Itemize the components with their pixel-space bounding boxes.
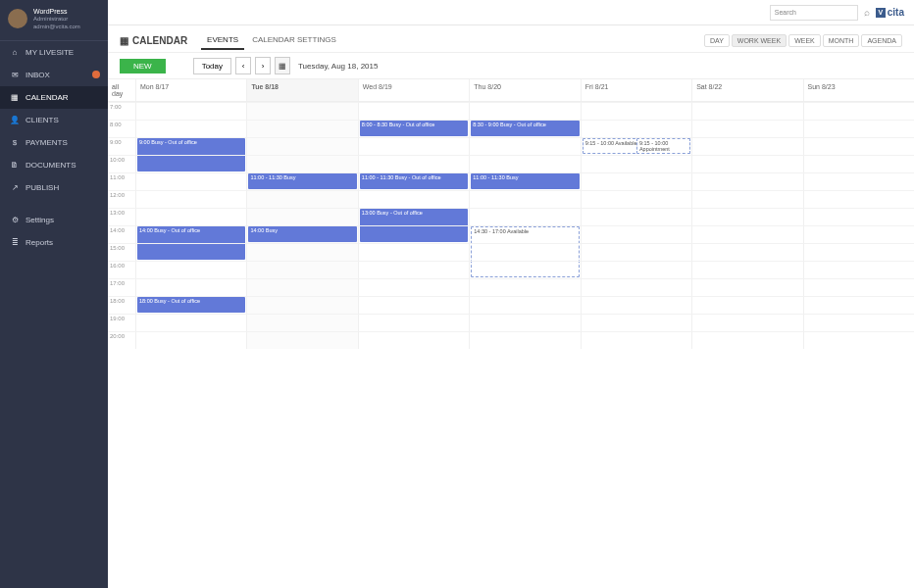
time-slot[interactable] [803,243,914,261]
time-slot[interactable]: 9:15 - 10:00 Available9:15 - 10:00 Appoi… [581,137,691,155]
time-slot[interactable] [469,137,580,155]
time-slot[interactable] [581,296,691,314]
time-slot[interactable]: 14:30 - 17:00 Available [469,225,580,243]
time-slot[interactable] [135,314,246,331]
time-slot[interactable] [581,102,691,120]
time-slot[interactable] [246,243,357,261]
time-slot[interactable] [691,243,802,261]
calendar-event[interactable]: 18:00 Busy - Out of office [137,297,245,313]
time-slot[interactable] [803,120,914,137]
time-slot[interactable] [803,314,914,331]
time-slot[interactable] [581,278,691,296]
time-slot[interactable]: 14:00 Busy - Out of office [135,225,246,243]
new-button[interactable]: NEW [120,59,166,74]
datepicker-button[interactable]: ▦ [275,57,290,74]
sidebar-item-reports[interactable]: ≣Reports [0,231,108,254]
time-slot[interactable] [358,296,469,314]
time-slot[interactable] [135,243,246,261]
view-week[interactable]: Week [788,34,821,47]
time-slot[interactable] [358,102,469,120]
day-header[interactable]: Sat 8/22 [691,79,802,101]
time-slot[interactable] [469,296,580,314]
profile-block[interactable]: WordPress Administrator admin@vcita.com [0,0,108,41]
calendar-event[interactable]: 11:00 - 11:30 Busy [471,173,579,189]
time-slot[interactable] [691,172,802,190]
time-slot[interactable] [135,102,246,120]
time-slot[interactable] [469,314,580,331]
time-slot[interactable] [358,314,469,331]
tab-events[interactable]: EVENTS [201,31,244,50]
time-slot[interactable] [358,190,469,208]
time-slot[interactable] [803,261,914,278]
time-slot[interactable] [691,208,802,225]
sidebar-item-publish[interactable]: ↗PUBLISH [0,176,108,199]
time-slot[interactable] [246,155,357,172]
time-slot[interactable] [691,190,802,208]
time-slot[interactable]: 13:00 Busy - Out of office [358,208,469,225]
time-slot[interactable] [358,243,469,261]
view-month[interactable]: Month [823,34,860,47]
time-slot[interactable]: 18:00 Busy - Out of office [135,296,246,314]
time-slot[interactable] [358,155,469,172]
time-slot[interactable] [246,190,357,208]
time-slot[interactable] [135,172,246,190]
calendar-grid[interactable]: 7:008:008:00 - 8:30 Busy - Out of office… [108,102,914,588]
time-slot[interactable] [581,172,691,190]
time-slot[interactable] [469,155,580,172]
sidebar-item-settings[interactable]: ⚙Settings [0,209,108,231]
sidebar-item-clients[interactable]: 👤CLIENTS [0,109,108,131]
view-day[interactable]: Day [704,34,730,47]
time-slot[interactable] [246,137,357,155]
time-slot[interactable]: 11:00 - 11:30 Busy - Out of office [358,172,469,190]
time-slot[interactable] [135,155,246,172]
day-header[interactable]: Fri 8/21 [581,79,691,101]
day-header[interactable]: Wed 8/19 [358,79,469,101]
search-icon[interactable]: ⌕ [864,7,870,18]
next-button[interactable]: › [255,57,271,74]
sidebar-item-inbox[interactable]: ✉INBOX [0,64,108,86]
time-slot[interactable] [581,225,691,243]
today-button[interactable]: Today [193,58,231,74]
time-slot[interactable] [246,120,357,137]
time-slot[interactable] [803,331,914,349]
time-slot[interactable]: 14:00 Busy [246,225,357,243]
time-slot[interactable] [581,331,691,349]
time-slot[interactable] [691,225,802,243]
calendar-event[interactable]: 8:00 - 8:30 Busy - Out of office [360,121,468,136]
time-slot[interactable] [246,331,357,349]
time-slot[interactable] [581,243,691,261]
day-header[interactable]: Sun 8/23 [803,79,914,101]
time-slot[interactable] [246,314,357,331]
sidebar-item-payments[interactable]: $PAYMENTS [0,131,108,154]
time-slot[interactable] [581,208,691,225]
time-slot[interactable]: 8:00 - 8:30 Busy - Out of office [358,120,469,137]
time-slot[interactable] [135,261,246,278]
time-slot[interactable] [803,225,914,243]
time-slot[interactable] [469,208,580,225]
calendar-event[interactable]: 11:00 - 11:30 Busy - Out of office [360,173,468,189]
calendar-event[interactable]: 14:00 Busy [248,226,356,242]
time-slot[interactable] [803,208,914,225]
time-slot[interactable] [469,190,580,208]
time-slot[interactable] [246,261,357,278]
time-slot[interactable] [691,261,802,278]
time-slot[interactable] [246,102,357,120]
time-slot[interactable] [246,296,357,314]
sidebar-item-documents[interactable]: 🗎DOCUMENTS [0,154,108,176]
time-slot[interactable] [135,208,246,225]
time-slot[interactable] [691,137,802,155]
time-slot[interactable] [803,137,914,155]
time-slot[interactable] [803,155,914,172]
sidebar-item-calendar[interactable]: ▦CALENDAR [0,86,108,109]
time-slot[interactable] [691,120,802,137]
time-slot[interactable] [135,190,246,208]
search-input[interactable]: Search [770,5,858,21]
time-slot[interactable] [135,331,246,349]
time-slot[interactable] [691,296,802,314]
time-slot[interactable] [691,102,802,120]
time-slot[interactable] [803,190,914,208]
time-slot[interactable] [358,225,469,243]
time-slot[interactable] [358,137,469,155]
time-slot[interactable] [358,278,469,296]
view-agenda[interactable]: Agenda [861,34,902,47]
